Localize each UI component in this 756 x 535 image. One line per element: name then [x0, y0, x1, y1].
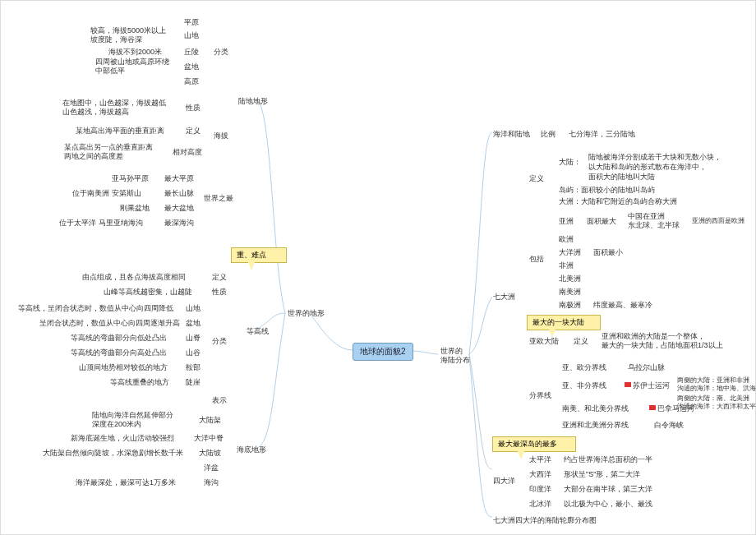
arctic-l: 北冰洋 [527, 499, 554, 510]
callout-key: 重、难点 [231, 247, 287, 263]
basin-text: 四周被山地或高原环绕 中部低平 [93, 57, 172, 76]
asia-na-b: 亚洲和北美洲分界线 [560, 420, 631, 431]
ocean-land[interactable]: 海洋和陆地 [491, 129, 532, 140]
africa: 非洲 [556, 261, 576, 271]
seven-continents[interactable]: 七大洲 [491, 292, 518, 302]
trench-l: 海沟 [201, 477, 221, 488]
arctic-t: 以北极为中心，最小、最浅 [561, 499, 655, 510]
flag-icon [649, 405, 656, 410]
altitude-def-label: 定义 [183, 126, 203, 136]
contour-def-l: 定义 [210, 272, 229, 283]
callout-biggest-land: 最大的一块大陆 [527, 315, 601, 330]
biggest-plain-l: 最大平原 [162, 173, 196, 184]
antarctica: 南极洲 [556, 300, 583, 311]
contour-show: 表示 [210, 395, 229, 406]
ratio-text: 七分海洋，三分陆地 [566, 129, 638, 140]
asia-europe-bt: 乌拉尔山脉 [625, 362, 667, 373]
trench-t: 海洋最深处，最深可达1万多米 [73, 477, 178, 488]
land-classify[interactable]: 分类 [211, 47, 231, 58]
eurasia-t: 亚洲和欧洲的大陆是一个整体， 最大的一块大陆，占陆地面积1/3以上 [599, 331, 726, 351]
island-def: 岛屿：面积较小的陆地叫岛屿 [556, 185, 657, 196]
cc-mountain: 山地 [183, 303, 203, 314]
four-oceans[interactable]: 四大洋 [491, 476, 518, 487]
mountain-label: 山地 [182, 30, 201, 41]
plain: 平原 [182, 17, 201, 28]
cc-mountain-t: 等高线，呈闭合状态时，数值从中心向四周降低 [16, 303, 176, 314]
indian-l: 印度洋 [527, 484, 554, 495]
oceania-small: 面积最小 [591, 247, 625, 258]
antarctica-t: 纬度最高、最寒冷 [591, 300, 655, 311]
mountain-text: 较高，海拔5000米以上 坡度陡，海谷深 [88, 25, 168, 45]
pacific-t: 约占世界海洋总面积的一半 [561, 454, 655, 465]
indian-t: 大部分在南半球，第三大洋 [561, 484, 655, 495]
shelf-t: 陆地向海洋自然延伸部分 深度在200米内 [90, 410, 176, 430]
mindmap-canvas: 地球的面貌2 世界的地形 陆地地形 分类 平原 山地 较高，海拔5000米以上 … [0, 0, 756, 535]
basinfloor: 洋盆 [201, 463, 221, 473]
seabed[interactable]: 海底地形 [234, 445, 269, 455]
shelf-l: 大陆架 [196, 415, 224, 426]
contour-classify-l: 分类 [210, 336, 229, 347]
contour-char-t: 山峰等高线越密集，山越陡 [101, 287, 195, 297]
world-most[interactable]: 世界之最 [201, 193, 236, 204]
suez: 苏伊士运河 [622, 380, 672, 391]
contour-char-l: 性质 [210, 287, 229, 297]
cc-saddle: 鞍部 [183, 362, 203, 373]
midridge-l: 大洋中脊 [191, 433, 226, 444]
cc-valley: 山谷 [183, 348, 203, 358]
land-terrain[interactable]: 陆地地形 [236, 96, 270, 107]
boundaries: 分界线 [527, 390, 554, 401]
plateau: 高原 [182, 76, 201, 87]
asia: 亚洲 [556, 216, 576, 227]
basin-label: 盆地 [182, 62, 201, 72]
mainland-l: 大陆： [556, 157, 583, 168]
deepest-trench-t: 位于太平洋 马里亚纳海沟 [57, 218, 145, 228]
continent-def: 大洲：大陆和它附近的岛屿合称大洲 [556, 196, 680, 207]
asia-biggest: 面积最大 [584, 216, 619, 227]
contour[interactable]: 等高线 [244, 326, 271, 337]
cont-def: 定义 [527, 173, 546, 184]
midridge-t: 新海底诞生地，火山活动较强烈 [68, 433, 177, 444]
eurasia: 亚欧大陆 [527, 336, 561, 347]
biggest-basin-t: 刚果盆地 [118, 203, 152, 214]
hill-label: 丘陵 [182, 47, 201, 58]
slope-l: 大陆坡 [196, 448, 224, 459]
flag-icon [625, 382, 631, 387]
suez-text: 苏伊士运河 [633, 381, 670, 390]
europe: 欧洲 [556, 234, 576, 245]
bering: 白令海峡 [652, 420, 686, 431]
sea-land-dist[interactable]: 世界的 海陆分布 [438, 346, 472, 366]
world-terrain[interactable]: 世界的地形 [285, 308, 327, 319]
biggest-plain-t: 亚马孙平原 [109, 173, 151, 184]
deepest-trench-l: 最深海沟 [162, 218, 196, 228]
cc-valley-t: 等高线的弯曲部分向高处凸出 [68, 348, 169, 358]
cc-saddle-t: 山顶间地势相对较低的地方 [76, 362, 170, 373]
panama-extra: 两侧的大陆：南、北美洲 沟通的海洋：大西洋和太平洋 [675, 394, 756, 411]
asia-africa-b: 亚、非分界线 [560, 380, 609, 391]
cc-ridge: 山脊 [183, 333, 203, 344]
longest-range-l: 最长山脉 [162, 188, 196, 199]
samerica: 南美洲 [556, 287, 583, 297]
asia-europe-b: 亚、欧分界线 [560, 362, 609, 373]
mainland-t1: 陆地被海洋分割成若干大块和无数小块， [586, 152, 724, 163]
includes: 包括 [527, 254, 546, 265]
mainland-t2: 以大陆和岛屿的形式散布在海洋中， [586, 162, 709, 173]
asia-extra: 亚洲的西面是欧洲 [689, 216, 747, 226]
eurasia-def: 定义 [571, 336, 591, 347]
americas-b: 南美、和北美分界线 [560, 404, 631, 414]
oceania: 大洋洲 [556, 247, 583, 258]
atlantic-l: 大西洋 [527, 469, 554, 480]
slope-t: 大陆架自然倾向陡坡，水深急剧增长数千米 [40, 448, 186, 459]
asia-text: 中国在亚洲 东北球、北半球 [625, 211, 682, 231]
root-node[interactable]: 地球的面貌2 [353, 343, 413, 361]
altitude-def-text: 某地高出海平面的垂直距离 [73, 126, 167, 136]
cc-ridge-t: 等高线的弯曲部分向低处凸出 [68, 333, 169, 344]
hill-text: 海拔不到2000米 [106, 47, 164, 58]
namerica: 北美洲 [556, 274, 583, 284]
cc-cliff-t: 等高线重叠的地方 [108, 377, 172, 388]
cc-cliff: 陡崖 [183, 377, 203, 388]
cc-basin: 盆地 [183, 318, 203, 329]
callout-ocean: 最大最深岛的最多 [492, 436, 576, 452]
altitude[interactable]: 海拔 [211, 131, 231, 141]
suez-extra: 两侧的大陆：亚洲和非洲 沟通的海洋：地中海、洪海 [675, 376, 756, 393]
contour-def-t: 由点组成，且各点海拔高度相同 [80, 272, 188, 283]
